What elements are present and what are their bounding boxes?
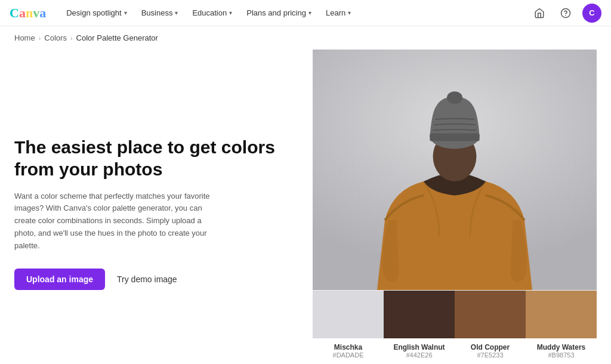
swatch-color-muddy-waters (526, 291, 597, 338)
home-icon-button[interactable] (530, 4, 549, 23)
nav-learn[interactable]: Learn ▾ (320, 5, 357, 21)
chevron-down-icon: ▾ (175, 10, 178, 16)
swatch-english-walnut[interactable]: English Walnut #442E26 (384, 291, 455, 364)
swatch-color-english-walnut (384, 291, 455, 338)
swatch-name-mischka: Mischka (334, 343, 362, 351)
breadcrumb-current: Color Palette Generator (76, 33, 158, 42)
cta-buttons: Upload an image Try demo image (14, 269, 289, 290)
upload-image-button[interactable]: Upload an image (14, 269, 105, 290)
chevron-down-icon: ▾ (308, 10, 311, 16)
hero-description: Want a color scheme that perfectly match… (14, 190, 217, 252)
main-content: The easiest place to get colors from you… (0, 50, 611, 364)
nav-label: Design spotlight (66, 8, 122, 17)
swatch-name-muddy-waters: Muddy Waters (537, 343, 586, 351)
nav-business[interactable]: Business ▾ (135, 5, 184, 21)
nav-items: Design spotlight ▾ Business ▾ Education … (60, 5, 530, 21)
nav-label: Business (141, 8, 173, 17)
help-icon-button[interactable] (556, 4, 575, 23)
nav-plans-pricing[interactable]: Plans and pricing ▾ (240, 5, 317, 21)
swatch-hex-muddy-waters: #B98753 (548, 351, 574, 359)
nav-label: Education (192, 8, 227, 17)
swatch-hex-english-walnut: #442E26 (406, 351, 432, 359)
navbar: Canva Design spotlight ▾ Business ▾ Educ… (0, 0, 611, 26)
nav-label: Plans and pricing (246, 8, 306, 17)
hero-title: The easiest place to get colors from you… (14, 136, 289, 181)
nav-education[interactable]: Education ▾ (186, 5, 238, 21)
swatch-muddy-waters[interactable]: Muddy Waters #B98753 (526, 291, 597, 364)
right-panel: Mischka #DADADE English Walnut #442E26 O… (313, 50, 597, 364)
canva-logo[interactable]: Canva (10, 5, 46, 21)
svg-rect-8 (430, 133, 479, 141)
breadcrumb: Home › Colors › Color Palette Generator (0, 26, 611, 50)
color-swatches: Mischka #DADADE English Walnut #442E26 O… (313, 290, 597, 364)
demo-image-container (313, 50, 597, 290)
swatch-name-old-copper: Old Copper (471, 343, 510, 351)
chevron-down-icon: ▾ (229, 10, 232, 16)
image-placeholder (313, 50, 597, 290)
nav-design-spotlight[interactable]: Design spotlight ▾ (60, 5, 133, 21)
breadcrumb-sep-1: › (39, 35, 41, 42)
swatch-old-copper[interactable]: Old Copper #7E5233 (455, 291, 526, 364)
breadcrumb-sep-2: › (70, 35, 73, 42)
swatch-hex-mischka: #DADADE (333, 351, 364, 359)
swatch-name-english-walnut: English Walnut (393, 343, 445, 351)
swatch-color-old-copper (455, 291, 526, 338)
left-panel: The easiest place to get colors from you… (14, 50, 289, 364)
swatch-mischka[interactable]: Mischka #DADADE (313, 291, 384, 364)
nav-right-icons: C (530, 4, 601, 23)
breadcrumb-home[interactable]: Home (14, 33, 35, 42)
nav-label: Learn (326, 8, 345, 17)
breadcrumb-colors[interactable]: Colors (44, 33, 67, 42)
swatch-hex-old-copper: #7E5233 (477, 351, 503, 359)
try-demo-button[interactable]: Try demo image (115, 269, 180, 290)
user-icon-button[interactable]: C (582, 4, 601, 23)
chevron-down-icon: ▾ (124, 10, 127, 16)
chevron-down-icon: ▾ (348, 10, 351, 16)
swatch-color-mischka (313, 291, 384, 338)
svg-point-9 (447, 91, 462, 104)
